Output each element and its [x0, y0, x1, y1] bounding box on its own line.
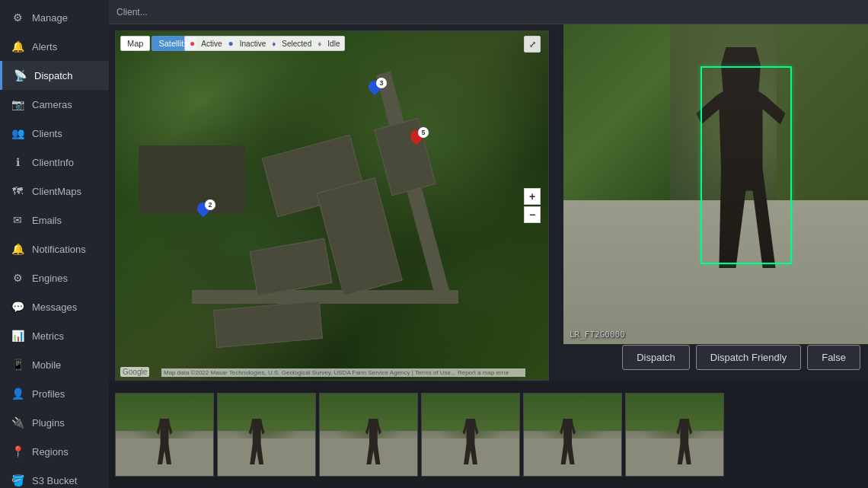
action-bar: Dispatch Dispatch Friendly False — [622, 345, 860, 370]
legend-active-label: Active — [201, 40, 222, 48]
sidebar-label-clientmaps: ClientMaps — [32, 186, 81, 197]
map-building — [250, 238, 333, 296]
zoom-out-button[interactable]: − — [524, 206, 541, 223]
map-section: 2 3 5 Map Satellite — [115, 30, 549, 381]
plugins-icon: 🔌 — [11, 416, 24, 429]
camera-section: LR_FT2G0000 — [563, 24, 868, 344]
profiles-icon: 👤 — [11, 387, 24, 400]
sidebar-label-dispatch: Dispatch — [34, 70, 73, 81]
sidebar-item-engines[interactable]: ⚙ Engines — [0, 263, 109, 292]
emails-icon: ✉ — [11, 213, 24, 227]
legend-idle-icon: ♦ — [318, 40, 321, 48]
map-legend: ● Active ● Inactive ♦ Selected ♦ Idle — [184, 36, 345, 51]
thumb-grass — [218, 394, 315, 431]
s3bucket-icon: 🪣 — [11, 474, 24, 487]
sidebar-label-metrics: Metrics — [32, 330, 64, 342]
sidebar-item-clientinfo[interactable]: ℹ ClientInfo — [0, 148, 109, 177]
metrics-icon: 📊 — [11, 329, 24, 343]
regions-icon: 📍 — [11, 445, 24, 458]
legend-inactive-dot: ● — [228, 38, 233, 49]
sidebar-label-engines: Engines — [32, 273, 68, 284]
legend-selected-icon: ♦ — [272, 40, 276, 48]
thumbnail-5[interactable] — [523, 393, 622, 477]
thumbnail-2[interactable] — [217, 393, 316, 477]
manage-icon: ⚙ — [11, 11, 24, 24]
sidebar-item-mobile[interactable]: 📱 Mobile — [0, 350, 109, 379]
zoom-controls: + − — [524, 188, 541, 223]
thumb-path — [626, 439, 723, 476]
map-pin-2[interactable]: 2 — [196, 203, 211, 222]
map-attribution: Map data ©2022 Maxar Technologies, U.S. … — [161, 368, 525, 377]
sidebar-label-alerts: Alerts — [32, 41, 57, 53]
map-background: 2 3 5 — [116, 31, 548, 380]
google-logo: Google — [120, 367, 149, 377]
map-placeholder: 2 3 5 Map Satellite — [116, 31, 548, 380]
sidebar-label-clients: Clients — [32, 128, 62, 139]
map-parking — [139, 145, 245, 214]
map-road-h — [192, 290, 458, 304]
notifications-icon: 🔔 — [11, 242, 24, 256]
sidebar-label-s3bucket: S3 Bucket — [32, 475, 77, 486]
legend-idle-label: Idle — [327, 40, 340, 48]
pin-label-5: 5 — [418, 127, 429, 138]
messages-icon: 💬 — [11, 300, 24, 314]
main-content: Client... — [109, 0, 868, 488]
sidebar-label-regions: Regions — [32, 446, 69, 458]
sidebar: ⚙ Manage 🔔 Alerts 📡 Dispatch 📷 Cameras 👥… — [0, 0, 109, 488]
camera-grass-left — [563, 24, 670, 216]
sidebar-label-plugins: Plugins — [32, 417, 65, 429]
clientinfo-icon: ℹ — [11, 155, 24, 169]
map-view-button[interactable]: Map — [120, 36, 150, 51]
sidebar-item-clientmaps[interactable]: 🗺 ClientMaps — [0, 177, 109, 206]
sidebar-item-cameras[interactable]: 📷 Cameras — [0, 90, 109, 119]
dispatch-friendly-button[interactable]: Dispatch Friendly — [696, 345, 801, 370]
thumbnail-3[interactable] — [319, 393, 418, 477]
thumbnail-4[interactable] — [421, 393, 520, 477]
zoom-in-button[interactable]: + — [524, 188, 541, 205]
legend-active-dot: ● — [190, 38, 195, 49]
sidebar-label-notifications: Notifications — [32, 244, 86, 255]
map-pin-5[interactable]: 5 — [409, 130, 424, 150]
dispatch-icon: 📡 — [13, 69, 27, 82]
sidebar-label-mobile: Mobile — [32, 359, 61, 371]
thumbnail-strip — [109, 381, 868, 488]
client-tab[interactable]: Client... — [116, 7, 148, 18]
sidebar-item-emails[interactable]: ✉ Emails — [0, 206, 109, 234]
cameras-icon: 📷 — [11, 97, 24, 111]
sidebar-label-messages: Messages — [32, 301, 77, 313]
topbar: Client... — [109, 0, 868, 24]
camera-timestamp: LR_FT2G0000 — [570, 330, 625, 340]
false-button[interactable]: False — [807, 345, 860, 370]
sidebar-item-plugins[interactable]: 🔌 Plugins — [0, 408, 109, 437]
sidebar-label-cameras: Cameras — [32, 99, 72, 110]
sidebar-item-alerts[interactable]: 🔔 Alerts — [0, 32, 109, 61]
sidebar-item-profiles[interactable]: 👤 Profiles — [0, 379, 109, 408]
sidebar-item-messages[interactable]: 💬 Messages — [0, 292, 109, 321]
fullscreen-button[interactable]: ⤢ — [524, 36, 541, 53]
thumbnail-1[interactable] — [115, 393, 214, 477]
sidebar-item-s3bucket[interactable]: 🪣 S3 Bucket — [0, 466, 109, 488]
pin-label-3: 3 — [376, 78, 387, 88]
sidebar-label-clientinfo: ClientInfo — [32, 157, 74, 168]
sidebar-label-manage: Manage — [32, 12, 68, 24]
legend-inactive-label: Inactive — [240, 40, 266, 48]
camera-feed: LR_FT2G0000 — [563, 24, 868, 344]
map-pin-3[interactable]: 3 — [367, 81, 382, 100]
clientmaps-icon: 🗺 — [11, 184, 24, 198]
map-building — [213, 301, 323, 348]
sidebar-item-regions[interactable]: 📍 Regions — [0, 437, 109, 466]
sidebar-item-manage[interactable]: ⚙ Manage — [0, 3, 109, 32]
sidebar-label-profiles: Profiles — [32, 388, 65, 400]
sidebar-item-notifications[interactable]: 🔔 Notifications — [0, 234, 109, 263]
mobile-icon: 📱 — [11, 358, 24, 372]
sidebar-item-dispatch[interactable]: 📡 Dispatch — [0, 61, 109, 90]
alerts-icon: 🔔 — [11, 40, 24, 53]
engines-icon: ⚙ — [11, 271, 24, 285]
sidebar-item-clients[interactable]: 👥 Clients — [0, 119, 109, 148]
sidebar-item-metrics[interactable]: 📊 Metrics — [0, 321, 109, 350]
detection-box — [700, 66, 792, 264]
legend-selected-label: Selected — [282, 40, 311, 48]
thumbnail-6[interactable] — [625, 393, 724, 477]
dispatch-button[interactable]: Dispatch — [622, 345, 690, 370]
thumb-path — [218, 439, 315, 476]
